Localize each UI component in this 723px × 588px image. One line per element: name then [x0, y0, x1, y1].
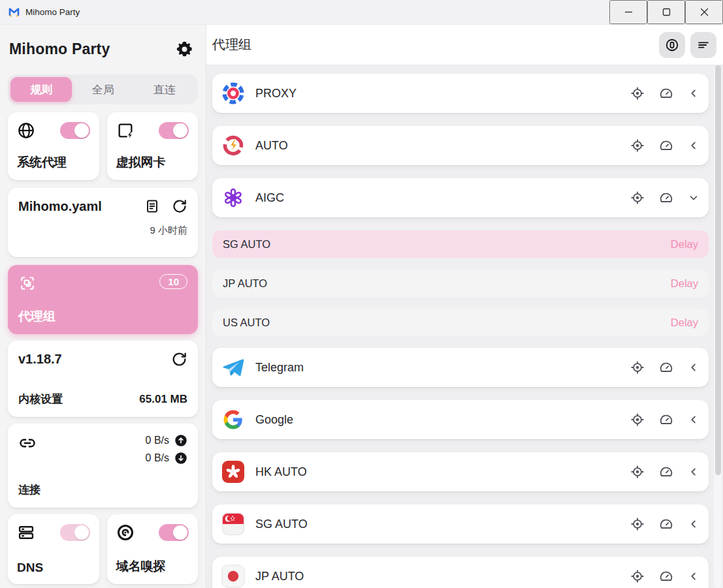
main-panel: 代理组: [206, 25, 723, 588]
system-proxy-toggle[interactable]: [60, 122, 90, 139]
chevron-left-icon[interactable]: [688, 570, 699, 582]
locate-node-icon[interactable]: [630, 412, 645, 427]
dns-card[interactable]: DNS: [8, 514, 99, 584]
locate-node-icon[interactable]: [630, 191, 645, 205]
sort-button[interactable]: [690, 32, 716, 58]
sidebar-app-title: Mihomo Party: [9, 40, 110, 58]
group-row-jp-auto[interactable]: JP AUTO: [212, 557, 709, 588]
core-settings-label: 内核设置: [18, 392, 63, 407]
system-proxy-label: 系统代理: [17, 154, 90, 171]
chevron-left-icon[interactable]: [688, 518, 699, 530]
chevron-left-icon[interactable]: [688, 87, 699, 99]
maximize-button[interactable]: [647, 0, 685, 24]
option-name: US AUTO: [223, 317, 671, 329]
dns-label: DNS: [17, 561, 90, 575]
group-row-telegram[interactable]: Telegram: [212, 348, 709, 387]
proxy-group-icon: [221, 82, 245, 105]
speed-test-icon[interactable]: [659, 360, 673, 375]
scrollbar-thumb[interactable]: [715, 65, 721, 475]
group-row-sg-auto[interactable]: SG AUTO: [212, 504, 709, 544]
connections-card[interactable]: 0 B/s 0 B/s: [8, 424, 198, 508]
chevron-down-icon[interactable]: [688, 192, 699, 204]
window-title: Mihomo Party: [25, 7, 80, 17]
dns-toggle[interactable]: [60, 524, 90, 541]
aigc-openai-icon: [221, 186, 245, 209]
speed-test-icon[interactable]: [659, 138, 673, 153]
proxy-groups-count-badge: 10: [159, 274, 187, 289]
core-card[interactable]: v1.18.7 内核设置 65.01 MB: [8, 341, 198, 417]
tun-label: 虚拟网卡: [116, 154, 189, 171]
speed-test-icon[interactable]: [659, 412, 673, 427]
chevron-left-icon[interactable]: [688, 140, 699, 151]
option-name: JP AUTO: [223, 277, 671, 290]
locate-node-icon[interactable]: [630, 517, 645, 531]
chevron-left-icon[interactable]: [688, 362, 699, 373]
group-name: AIGC: [255, 191, 630, 205]
locate-node-icon[interactable]: [630, 138, 645, 153]
system-proxy-card[interactable]: 系统代理: [8, 112, 99, 180]
profile-updated-time: 9 小时前: [18, 224, 187, 237]
group-row-google[interactable]: Google: [212, 400, 709, 439]
locate-node-icon[interactable]: [630, 465, 645, 479]
tab-direct-mode[interactable]: 直连: [134, 77, 195, 102]
sniff-toggle[interactable]: [159, 524, 189, 541]
locate-node-icon[interactable]: [630, 569, 645, 583]
sniff-card[interactable]: 域名嗅探: [107, 514, 199, 584]
tun-device-icon: [116, 121, 135, 140]
group-row-proxy[interactable]: PROXY: [212, 74, 709, 113]
dns-server-icon: [17, 523, 35, 542]
group-name: Telegram: [255, 361, 630, 375]
group-row-aigc[interactable]: AIGC: [212, 178, 709, 217]
group-name: HK AUTO: [255, 465, 630, 479]
speed-test-icon[interactable]: [659, 465, 673, 479]
google-icon: [221, 408, 245, 431]
sidebar: Mihomo Party 规则 全局 直连: [0, 25, 206, 588]
speed-test-icon[interactable]: [659, 569, 673, 583]
proxy-groups-list: PROXY: [206, 65, 723, 588]
sniff-label: 域名嗅探: [116, 558, 189, 575]
delay-test-button[interactable]: Delay: [671, 317, 698, 329]
option-row-sg-auto[interactable]: SG AUTO Delay: [212, 230, 709, 258]
chevron-left-icon[interactable]: [688, 466, 699, 478]
locate-node-icon[interactable]: [630, 86, 645, 101]
group-name: SG AUTO: [255, 518, 630, 531]
group-name: Google: [255, 413, 630, 427]
core-restart-icon[interactable]: [171, 351, 187, 367]
connections-label: 连接: [18, 482, 187, 497]
delay-test-button[interactable]: Delay: [671, 238, 698, 251]
tun-card[interactable]: 虚拟网卡: [107, 112, 199, 180]
link-icon: [18, 434, 37, 452]
upload-speed: 0 B/s: [146, 435, 169, 446]
option-row-jp-auto[interactable]: JP AUTO Delay: [212, 270, 709, 297]
speed-test-icon[interactable]: [659, 191, 673, 205]
window-titlebar: Mihomo Party: [0, 0, 723, 25]
profile-card[interactable]: Mihomo.yaml: [8, 188, 198, 257]
close-button[interactable]: [685, 0, 723, 24]
tab-global-mode[interactable]: 全局: [72, 77, 133, 102]
speed-test-icon[interactable]: [659, 86, 673, 101]
settings-gear-icon[interactable]: [173, 38, 195, 60]
profile-refresh-icon[interactable]: [172, 198, 187, 214]
tun-toggle[interactable]: [159, 122, 189, 139]
telegram-icon: [221, 356, 245, 379]
jp-flag-icon: [221, 565, 245, 588]
delay-test-button[interactable]: Delay: [671, 277, 698, 290]
group-row-hk-auto[interactable]: HK AUTO: [212, 452, 709, 491]
core-version: v1.18.7: [18, 352, 62, 367]
speed-test-icon[interactable]: [659, 517, 673, 531]
sniff-spiral-icon: [116, 523, 135, 542]
tab-rule-mode[interactable]: 规则: [10, 77, 72, 102]
profile-file-icon[interactable]: [144, 198, 160, 214]
main-header: 代理组: [206, 25, 723, 65]
option-row-us-auto[interactable]: US AUTO Delay: [212, 309, 709, 336]
globe-icon: [17, 121, 35, 140]
group-row-auto[interactable]: AUTO: [212, 126, 709, 165]
sidebar-item-proxy-groups[interactable]: 10 代理组: [8, 265, 198, 334]
option-name: SG AUTO: [223, 238, 671, 251]
core-memory-usage: 65.01 MB: [139, 393, 187, 406]
chevron-left-icon[interactable]: [688, 414, 699, 426]
delay-test-all-button[interactable]: [659, 32, 685, 58]
locate-node-icon[interactable]: [630, 360, 645, 375]
auto-group-icon: [221, 134, 245, 157]
minimize-button[interactable]: [609, 0, 647, 24]
